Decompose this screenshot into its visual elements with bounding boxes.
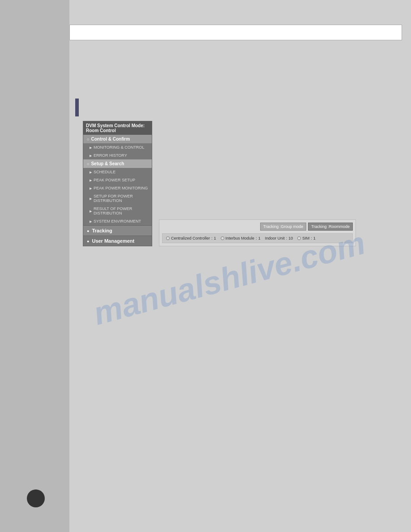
- arrow-icon-peak-setup: [90, 178, 92, 182]
- tracking-info-row: Centralized Controller : 1 Interbus Modu…: [162, 233, 353, 243]
- tracking-panel: Tracking :Group mode Tracking :Roommode …: [159, 219, 356, 246]
- sim-value: 1: [313, 236, 316, 240]
- arrow-icon-monitoring: [90, 145, 92, 150]
- interbus-label: Interbus Module: [226, 236, 255, 240]
- nav-menu: DVM System Control Mode: Room Control Co…: [83, 121, 152, 246]
- nav-tracking[interactable]: Tracking: [83, 226, 152, 236]
- nav-user-management[interactable]: User Management: [83, 236, 152, 246]
- nav-menu-title: DVM System Control Mode: Room Control: [83, 121, 152, 135]
- circle-icon-control: [87, 137, 89, 142]
- radio-dot-centralized: [166, 236, 170, 240]
- nav-system-label: SYSTEM ENVIRONMENT: [94, 219, 141, 223]
- nav-schedule[interactable]: SCHEDULE: [83, 168, 152, 176]
- tracking-info-indoor: Indoor Unit : 10: [265, 236, 293, 240]
- nav-setup-label: Setup & Search: [91, 161, 124, 166]
- nav-error-history[interactable]: ERROR HISTORY: [83, 151, 152, 159]
- nav-error-label: ERROR HISTORY: [94, 153, 127, 158]
- indoor-label: Indoor Unit: [265, 236, 285, 240]
- nav-control-confirm[interactable]: Control & Confirm: [83, 135, 152, 143]
- left-panel: [0, 0, 69, 532]
- interbus-value: 1: [258, 236, 261, 240]
- interbus-colon: :: [256, 236, 257, 240]
- circle-icon-tracking: [87, 228, 89, 233]
- centralized-colon: :: [211, 236, 213, 240]
- arrow-icon-result: [90, 209, 92, 213]
- top-header: [69, 25, 402, 40]
- tracking-room-mode-btn[interactable]: Tracking :Roommode: [308, 223, 353, 231]
- tracking-info-interbus: Interbus Module : 1: [221, 236, 261, 240]
- tracking-info-centralized: Centralized Controller : 1: [166, 236, 216, 240]
- radio-dot-sim: [297, 236, 301, 240]
- indoor-value: 10: [288, 236, 293, 240]
- arrow-icon-peak-mon: [90, 186, 92, 190]
- nav-setup-power-dist[interactable]: SETUP FOR POWER DISTRIBUTION: [83, 192, 152, 205]
- nav-monitoring-label: MONITORING & CONTROL: [94, 145, 144, 150]
- tracking-info-sim: SIM : 1: [297, 236, 316, 240]
- arrow-icon-error: [90, 153, 92, 158]
- nav-schedule-label: SCHEDULE: [94, 170, 116, 174]
- arrow-icon-schedule: [90, 170, 92, 174]
- radio-dot-interbus: [221, 236, 224, 240]
- nav-usermgmt-label: User Management: [92, 238, 134, 244]
- nav-peak-power-monitoring[interactable]: PEAK POWER MONITORING: [83, 184, 152, 192]
- arrow-icon-system: [90, 219, 92, 223]
- nav-tracking-label: Tracking: [92, 228, 112, 233]
- right-panel: [69, 0, 411, 532]
- nav-result-label: RESULT OF POWER DISTRIBUTION: [94, 206, 148, 215]
- centralized-value: 1: [214, 236, 216, 240]
- sim-label: SIM: [302, 236, 309, 240]
- arrow-icon-power-dist: [90, 196, 92, 201]
- nav-system-environment[interactable]: SYSTEM ENVIRONMENT: [83, 217, 152, 225]
- circle-icon-setup: [87, 161, 89, 166]
- nav-peak-mon-label: PEAK POWER MONITORING: [94, 186, 148, 190]
- nav-result-power-dist[interactable]: RESULT OF POWER DISTRIBUTION: [83, 205, 152, 217]
- page-number-circle: [27, 489, 45, 507]
- accent-bar: [75, 99, 79, 116]
- circle-icon-usermgmt: [87, 238, 89, 244]
- indoor-colon: :: [286, 236, 287, 240]
- nav-monitoring-control[interactable]: MONITORING & CONTROL: [83, 143, 152, 151]
- tracking-group-mode-btn[interactable]: Tracking :Group mode: [260, 223, 306, 231]
- tracking-buttons-container: Tracking :Group mode Tracking :Roommode: [162, 223, 353, 231]
- nav-setup-search[interactable]: Setup & Search: [83, 159, 152, 168]
- nav-power-dist-label: SETUP FOR POWER DISTRIBUTION: [94, 194, 148, 203]
- nav-control-confirm-label: Control & Confirm: [91, 137, 130, 142]
- centralized-label: Centralized Controller: [171, 236, 210, 240]
- nav-peak-setup-label: PEAK POWER SETUP: [94, 178, 135, 182]
- nav-peak-power-setup[interactable]: PEAK POWER SETUP: [83, 176, 152, 184]
- sim-colon: :: [311, 236, 312, 240]
